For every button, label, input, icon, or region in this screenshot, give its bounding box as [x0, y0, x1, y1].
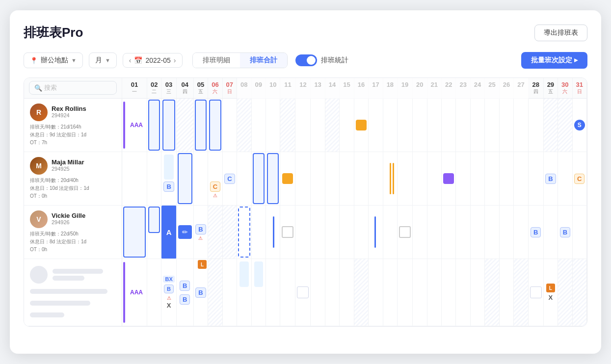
location-select[interactable]: 📍 辦公地點 ▼	[24, 52, 83, 68]
rex-day-31[interactable]: S	[573, 99, 587, 152]
ghost-day-09[interactable]	[252, 259, 266, 326]
rex-day-12[interactable]	[295, 99, 311, 152]
maja-day-20[interactable]	[413, 152, 427, 206]
rex-day-22[interactable]	[442, 99, 456, 152]
ghost-day-28[interactable]	[529, 259, 544, 326]
rex-day-16[interactable]	[354, 99, 369, 152]
ghost-day-23[interactable]	[456, 259, 470, 326]
rex-day-24[interactable]	[471, 99, 485, 152]
ghost-day-31[interactable]	[573, 259, 587, 326]
maja-day-07[interactable]: C	[223, 152, 237, 206]
vickie-day-27[interactable]	[514, 206, 528, 259]
maja-day-03[interactable]: B +	[161, 152, 176, 206]
vickie-day-15[interactable]	[340, 206, 354, 259]
rex-day-11[interactable]	[280, 99, 295, 152]
rex-day-01[interactable]: AAA	[122, 99, 147, 152]
vickie-day-14[interactable]	[325, 206, 340, 259]
ghost-day-14[interactable]	[325, 259, 340, 326]
maja-day-29[interactable]: B	[544, 152, 558, 206]
vickie-day-26[interactable]	[500, 206, 514, 259]
vickie-day-19[interactable]	[398, 206, 413, 259]
rex-day-09[interactable]	[252, 99, 266, 152]
rex-day-17[interactable]	[369, 99, 383, 152]
rex-day-28[interactable]	[529, 99, 544, 152]
ghost-day-02[interactable]	[147, 259, 161, 326]
rex-day-07[interactable]	[223, 99, 237, 152]
vickie-day-25[interactable]	[485, 206, 499, 259]
ghost-day-19[interactable]	[398, 259, 413, 326]
export-button[interactable]: 導出排班表	[534, 25, 587, 41]
maja-day-24[interactable]	[471, 152, 485, 206]
ghost-day-20[interactable]	[413, 259, 427, 326]
next-arrow[interactable]: ›	[174, 56, 176, 64]
maja-day-06[interactable]: C ⚠	[208, 152, 222, 206]
ghost-day-21[interactable]	[427, 259, 442, 326]
tab-shift-total[interactable]: 排班合計	[240, 53, 287, 68]
vickie-day-01[interactable]	[122, 206, 147, 259]
ghost-day-13[interactable]	[311, 259, 325, 326]
maja-day-23[interactable]	[456, 152, 470, 206]
vickie-day-20[interactable]	[413, 206, 427, 259]
vickie-day-12[interactable]	[295, 206, 311, 259]
vickie-day-31[interactable]	[573, 206, 587, 259]
maja-day-21[interactable]	[427, 152, 442, 206]
period-select[interactable]: 月 ▼	[89, 52, 117, 68]
vickie-day-16[interactable]	[354, 206, 369, 259]
vickie-day-24[interactable]	[471, 206, 485, 259]
ghost-day-18[interactable]	[383, 259, 398, 326]
vickie-day-18[interactable]	[383, 206, 398, 259]
ghost-day-12[interactable]	[295, 259, 311, 326]
vickie-day-05[interactable]: B ⚠	[194, 206, 208, 259]
rex-day-03[interactable]	[161, 99, 176, 152]
vickie-day-28[interactable]: B	[529, 206, 544, 259]
vickie-day-10[interactable]	[266, 206, 280, 259]
vickie-day-08[interactable]	[237, 206, 251, 259]
ghost-day-24[interactable]	[471, 259, 485, 326]
vickie-day-21[interactable]	[427, 206, 442, 259]
maja-day-12[interactable]	[295, 152, 311, 206]
rex-day-06[interactable]	[208, 99, 222, 152]
maja-day-16[interactable]	[354, 152, 369, 206]
ghost-day-15[interactable]	[340, 259, 354, 326]
ghost-day-30[interactable]	[558, 259, 572, 326]
tab-shift-detail[interactable]: 排班明細	[193, 53, 240, 68]
maja-day-28[interactable]	[529, 152, 544, 206]
rex-day-29[interactable]	[544, 99, 558, 152]
prev-arrow[interactable]: ‹	[129, 56, 132, 64]
batch-setting-button[interactable]: 批量班次設定 ▸	[521, 52, 587, 69]
maja-day-18[interactable]	[383, 152, 398, 206]
rex-day-10[interactable]	[266, 99, 280, 152]
ghost-day-26[interactable]	[500, 259, 514, 326]
ghost-day-08[interactable]	[237, 259, 251, 326]
vickie-day-22[interactable]	[442, 206, 456, 259]
maja-day-08[interactable]	[237, 152, 251, 206]
vickie-day-11[interactable]	[280, 206, 295, 259]
vickie-day-06[interactable]	[208, 206, 222, 259]
vickie-day-03[interactable]: A	[161, 206, 176, 259]
maja-day-30[interactable]	[558, 152, 572, 206]
vickie-day-17[interactable]	[369, 206, 383, 259]
stats-toggle[interactable]	[295, 54, 317, 66]
maja-day-22[interactable]	[442, 152, 456, 206]
ghost-day-27[interactable]	[514, 259, 528, 326]
maja-day-05[interactable]	[194, 152, 208, 206]
maja-day-26[interactable]	[500, 152, 514, 206]
date-navigator[interactable]: ‹ 📅 2022-05 ›	[123, 53, 183, 68]
rex-day-26[interactable]	[500, 99, 514, 152]
ghost-day-04[interactable]: B B	[177, 259, 194, 326]
vickie-day-13[interactable]	[311, 206, 325, 259]
ghost-day-29[interactable]: L X	[544, 259, 558, 326]
search-wrap[interactable]: 🔍 搜索	[29, 81, 117, 95]
ghost-day-07[interactable]	[223, 259, 237, 326]
rex-day-15[interactable]	[340, 99, 354, 152]
rex-day-19[interactable]	[398, 99, 413, 152]
ghost-day-25[interactable]	[485, 259, 499, 326]
vickie-day-04[interactable]: ✏	[177, 206, 194, 259]
maja-day-02[interactable]	[147, 152, 161, 206]
maja-day-14[interactable]	[325, 152, 340, 206]
vickie-day-30[interactable]: B	[558, 206, 572, 259]
maja-day-09[interactable]	[252, 152, 266, 206]
ghost-day-16[interactable]	[354, 259, 369, 326]
rex-day-14[interactable]	[325, 99, 340, 152]
rex-day-08[interactable]	[237, 99, 251, 152]
